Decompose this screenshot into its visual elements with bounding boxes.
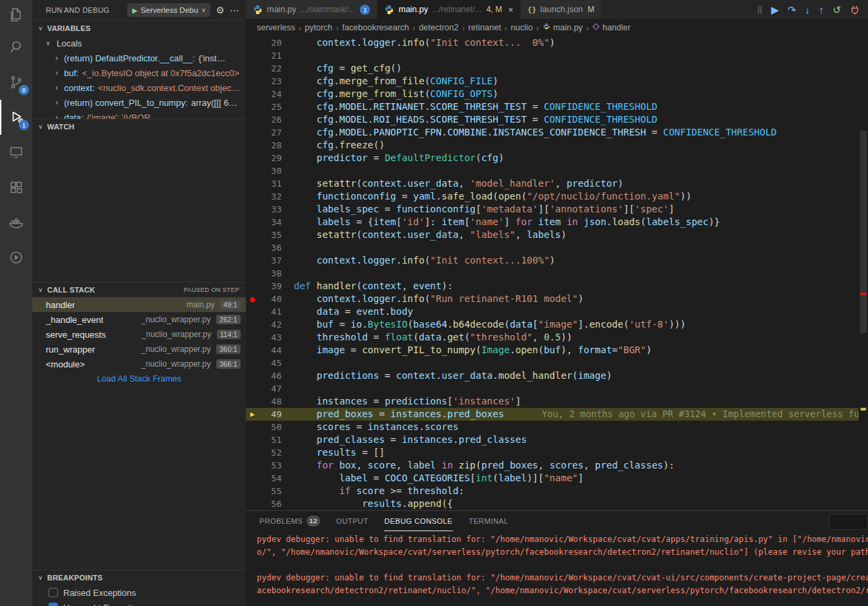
code-line-26[interactable]: 26 cfg.MODEL.ROI_HEADS.SCORE_THRESH_TEST…: [246, 113, 859, 126]
continue-icon[interactable]: ▶: [771, 5, 779, 15]
code-token: BytesIO: [368, 319, 408, 330]
start-debugging-icon[interactable]: ▶: [132, 7, 137, 14]
code-line-31[interactable]: 31 setattr(context.user_data, 'model_han…: [246, 177, 859, 190]
code-line-36[interactable]: 36: [246, 241, 859, 254]
code-line-32[interactable]: 32 functionconfig = yaml.safe_load(open(…: [246, 190, 859, 203]
breadcrumb-item-handler[interactable]: handler: [592, 23, 631, 32]
code-line-50[interactable]: 50 scores = instances.scores: [246, 421, 859, 433]
code-line-28[interactable]: 28 cfg.freeze(): [246, 139, 859, 152]
drag-handle-icon[interactable]: ⣿: [757, 6, 762, 13]
step-into-icon[interactable]: ↓: [805, 5, 810, 15]
activity-item-remote-explorer[interactable]: [0, 135, 32, 170]
code-line-30[interactable]: 30: [246, 164, 859, 177]
code-line-34[interactable]: 34 labels = {item['id']: item['name'] fo…: [246, 216, 859, 229]
code-line-45[interactable]: 45: [246, 357, 859, 369]
panel-tab-debug-console[interactable]: DEBUG CONSOLE: [384, 511, 452, 531]
code-line-47[interactable]: 47: [246, 382, 859, 395]
breakpoint-row[interactable]: Raised Exceptions: [32, 585, 246, 600]
code-line-33[interactable]: 33 labels_spec = functionconfig['metadat…: [246, 203, 859, 216]
breakpoints-section-header[interactable]: ∨ BREAKPOINTS: [32, 570, 246, 585]
code-line-23[interactable]: 23 cfg.merge_from_file(CONFIG_FILE): [246, 75, 859, 88]
variables-scope-locals[interactable]: ∨ Locals: [32, 36, 246, 51]
close-icon[interactable]: ×: [508, 5, 514, 15]
code-line-51[interactable]: 51 pred_classes = instances.pred_classes: [246, 433, 859, 446]
code-line-53[interactable]: 53 for box, score, label in zip(pred_box…: [246, 459, 859, 472]
checkbox[interactable]: ✓: [49, 603, 58, 606]
gear-icon[interactable]: ⚙: [216, 5, 224, 16]
code-line-52[interactable]: 52 results = []: [246, 446, 859, 459]
code-line-39[interactable]: 39def handler(context, event):: [246, 280, 859, 293]
code-editor[interactable]: 20 context.logger.info("Init context... …: [246, 36, 868, 510]
restart-icon[interactable]: ↺: [832, 5, 841, 15]
console-filter-input[interactable]: [829, 514, 868, 530]
stack-frame[interactable]: serve_requests_nuclio_wrapper.py114:1: [32, 327, 246, 342]
panel-tab-problems[interactable]: PROBLEMS12: [259, 511, 320, 531]
panel-tab-terminal[interactable]: TERMINAL: [469, 511, 509, 531]
variable-row[interactable]: ›context:<nuclio_sdk.context.Context obj…: [32, 80, 246, 95]
code-line-22[interactable]: 22 cfg = get_cfg(): [246, 62, 859, 75]
variable-row[interactable]: ›(return) DefaultPredictor.__call__:{'in…: [32, 51, 246, 65]
breadcrumb-item-pytorch[interactable]: pytorch: [305, 23, 332, 32]
breadcrumb-item-facebookresearch[interactable]: facebookresearch: [342, 23, 409, 32]
activity-item-search[interactable]: [0, 30, 32, 65]
stack-frame[interactable]: handlermain.py49:1: [32, 297, 246, 312]
code-line-44[interactable]: 44 image = convert_PIL_to_numpy(Image.op…: [246, 344, 859, 357]
code-line-20[interactable]: 20 context.logger.info("Init context... …: [246, 36, 859, 49]
code-line-48[interactable]: 48 instances = predictions['instances']: [246, 395, 859, 408]
more-actions-icon[interactable]: ⋯: [230, 5, 239, 16]
code-line-41[interactable]: 41 data = event.body: [246, 305, 859, 318]
tab-launch-json-2[interactable]: {}launch.jsonM: [521, 0, 602, 19]
code-line-54[interactable]: 54 label = COCO_CATEGORIES[int(label)]["…: [246, 472, 859, 485]
code-line-56[interactable]: 56 results.append({: [246, 497, 859, 510]
breakpoint-row[interactable]: ✓Uncaught Exceptions: [32, 600, 246, 606]
code-line-24[interactable]: 24 cfg.merge_from_list(CONFIG_OPTS): [246, 88, 859, 100]
load-all-stack-frames-link[interactable]: Load All Stack Frames: [32, 371, 246, 386]
tab-main-py-0[interactable]: main.py.../siammask/...1: [246, 0, 377, 19]
breadcrumb-item-retinanet[interactable]: retinanet: [468, 23, 501, 32]
code-line-40[interactable]: ●40 context.logger.info("Run retinanet-R…: [246, 293, 859, 305]
variable-row[interactable]: ›data:{'image': 'iVBOR…: [32, 110, 246, 119]
code-line-37[interactable]: 37 context.logger.info("Init context...1…: [246, 254, 859, 267]
activity-item-source-control[interactable]: 8: [0, 65, 32, 100]
variable-row[interactable]: ›(return) convert_PIL_to_numpy:array([[[…: [32, 95, 246, 110]
code-line-25[interactable]: 25 cfg.MODEL.RETINANET.SCORE_THRESH_TEST…: [246, 100, 859, 113]
breadcrumb-item-detectron2[interactable]: detectron2: [418, 23, 458, 32]
code-token: =: [646, 127, 663, 138]
activity-item-docker[interactable]: [0, 205, 32, 240]
scrollbar-thumb[interactable]: [860, 131, 867, 333]
debug-console-output[interactable]: pydev debugger: unable to find translati…: [246, 531, 868, 606]
stack-frame[interactable]: _handle_event_nuclio_wrapper.py262:1: [32, 312, 246, 327]
activity-item-test-explorer[interactable]: [0, 240, 32, 275]
code-line-21[interactable]: 21: [246, 49, 859, 62]
call-stack-section-header[interactable]: ∨ CALL STACK PAUSED ON STEP: [32, 282, 246, 297]
breadcrumb-item-main-py[interactable]: main.py: [542, 23, 583, 33]
code-line-55[interactable]: 55 if score >= threshold:: [246, 485, 859, 497]
code-line-43[interactable]: 43 threshold = float(data.get("threshold…: [246, 331, 859, 344]
breadcrumb-item-serverless[interactable]: serverless: [257, 23, 295, 32]
activity-item-explorer[interactable]: [0, 0, 32, 30]
disconnect-icon[interactable]: [850, 5, 860, 15]
code-line-35[interactable]: 35 setattr(context.user_data, "labels", …: [246, 229, 859, 241]
code-line-27[interactable]: 27 cfg.MODEL.PANOPTIC_FPN.COMBINE.INSTAN…: [246, 126, 859, 139]
stack-frame[interactable]: <module>_nuclio_wrapper.py366:1: [32, 357, 246, 371]
breakpoint-icon[interactable]: ●: [246, 293, 259, 305]
variable-row[interactable]: ›buf:<_io.BytesIO object at 0x7f5a2dc1ec…: [32, 65, 246, 80]
code-line-38[interactable]: 38: [246, 267, 859, 280]
code-line-29[interactable]: 29 predictor = DefaultPredictor(cfg): [246, 152, 859, 164]
step-over-icon[interactable]: ↷: [788, 5, 797, 15]
stack-frame[interactable]: run_wrapper_nuclio_wrapper.py360:1: [32, 342, 246, 357]
checkbox[interactable]: [49, 588, 58, 597]
code-line-49[interactable]: ▶49 pred_boxes = instances.pred_boxesYou…: [246, 408, 859, 421]
tab-main-py-1[interactable]: main.py.../retinanet/...4, M×: [377, 0, 520, 19]
step-out-icon[interactable]: ↑: [819, 5, 824, 15]
activity-item-run-debug[interactable]: 1: [0, 100, 32, 135]
code-line-42[interactable]: 42 buf = io.BytesIO(base64.b64decode(dat…: [246, 318, 859, 331]
breadcrumb-item-nuclio[interactable]: nuclio: [511, 23, 533, 32]
variables-section-header[interactable]: ∨ VARIABLES: [32, 21, 246, 36]
code-line-46[interactable]: 46 predictions = context.user_data.model…: [246, 369, 859, 382]
panel-tab-output[interactable]: OUTPUT: [336, 511, 369, 531]
launch-config-dropdown[interactable]: ▶ Serverless Debu ∨: [127, 3, 210, 17]
scrollbar[interactable]: [859, 36, 868, 510]
activity-item-extensions[interactable]: [0, 170, 32, 205]
watch-section-header[interactable]: ∨ WATCH: [32, 119, 246, 134]
